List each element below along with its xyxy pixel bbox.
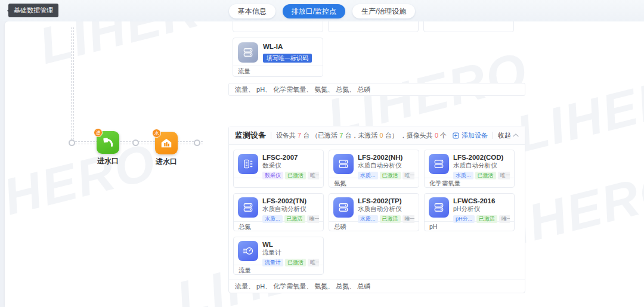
device-category-tag: 流量计 xyxy=(262,259,283,266)
flow-meter-icon xyxy=(238,241,258,261)
chevron-up-icon xyxy=(513,133,519,138)
unique-id-tag: 唯一标识码 xyxy=(308,259,319,266)
activated-tag: 已激活 xyxy=(285,259,306,266)
stats-text: 台，未激活 xyxy=(343,132,379,139)
device-model: LFS-2002(NH) xyxy=(358,154,414,161)
analyzer-icon xyxy=(238,42,258,63)
tab-basic-info[interactable]: 基本信息 xyxy=(229,4,275,18)
device-model: WL xyxy=(262,241,319,248)
device-model: LFSC-2007 xyxy=(262,154,319,161)
panel-header: 监测设备 设备共 7 台 （已激活 7 台，未激活 0 台） ，摄像头共 0 个… xyxy=(229,126,525,145)
device-card-lfsc-2007[interactable]: LFSC-2007 数采仪 数采仪 已激活 唯一标识码 xyxy=(233,150,324,188)
plus-square-icon xyxy=(453,132,459,139)
analyzer-icon xyxy=(429,197,449,218)
collapse-label: 收起 xyxy=(498,131,511,140)
back-breadcrumb-badge[interactable]: 基础数据管理 xyxy=(8,4,58,17)
device-card-lfs-2002-tn[interactable]: LFS-2002(TN) 水质自动分析仪 水质... 已激活 唯一标识码 总氮 xyxy=(233,193,324,231)
device-category-tag: 水质... xyxy=(358,172,378,179)
device-card-lfs-2002-nh[interactable]: LFS-2002(NH) 水质自动分析仪 水质... 已激活 唯一标识码 氨氮 xyxy=(329,150,419,188)
device-type: 水质自动分析仪 xyxy=(453,162,510,170)
station-inlet-green[interactable]: 进 进水口 xyxy=(89,131,127,166)
add-device-label: 添加设备 xyxy=(462,131,488,140)
device-model: LFS-2002(TP) xyxy=(358,197,414,204)
stats-text: 台） ，摄像头共 xyxy=(383,132,435,139)
unique-id-tag: 唯一标识码 xyxy=(307,215,319,223)
flow-node[interactable] xyxy=(69,139,75,146)
device-card-lfwcs-2016[interactable]: LFWCS-2016 pH分析仪 pH分... 已激活 唯一标识码 pH xyxy=(424,193,515,231)
device-category-tag: pH分... xyxy=(453,215,475,223)
watermark: LIHERO xyxy=(33,21,246,76)
data-collector-icon xyxy=(238,154,258,174)
device-model: LFS-2002(COD) xyxy=(453,154,510,161)
analyzer-icon xyxy=(333,154,354,174)
tab-outlet-monitoring[interactable]: 排放口/监控点 xyxy=(283,4,345,18)
panel-title: 监测设备 xyxy=(235,130,266,141)
device-card-lfs-2002-tp[interactable]: LFS-2002(TP) 水质自动分析仪 水质... 已激活 唯一标识码 总磷 xyxy=(329,193,419,231)
top-toolbar: 基本信息 排放口/监控点 生产/治理设施 xyxy=(0,0,644,21)
factor-summary-strip: 流量、 pH、 化学需氧量、 氨氮、 总氮、 总磷 xyxy=(229,280,525,293)
device-model: WL-IA xyxy=(263,43,312,50)
unique-id-tag: 唯一标识码 xyxy=(499,215,510,223)
device-type: 水质自动分析仪 xyxy=(358,205,414,213)
fill-unique-id-badge[interactable]: 填写唯一标识码 xyxy=(263,54,312,63)
stats-text: 个 xyxy=(438,132,447,139)
device-type: pH分析仪 xyxy=(453,205,510,213)
device-category-tag: 水质... xyxy=(358,215,378,223)
unique-id-tag: 唯一标识码 xyxy=(308,172,319,179)
activated-tag: 已激活 xyxy=(285,172,306,179)
activated-tag: 已激活 xyxy=(380,215,401,223)
diagram-canvas: LIHERO LIHERO LIHERO LIHERO LIHERO LIHER… xyxy=(5,21,644,307)
flow-node[interactable] xyxy=(194,139,200,146)
station-house-icon[interactable]: 水 xyxy=(155,132,178,154)
watermark: LIHERO xyxy=(5,132,163,238)
pipe-elbow-icon[interactable]: 进 xyxy=(97,131,119,154)
add-device-button[interactable]: 添加设备 xyxy=(453,131,488,140)
station-label: 进水口 xyxy=(147,157,185,167)
activated-tag: 已激活 xyxy=(475,172,496,179)
divider xyxy=(271,132,271,139)
stats-text: 台 （已激活 xyxy=(301,132,339,139)
device-card-lfs-2002-cod[interactable]: LFS-2002(COD) 水质自动分析仪 水质... 已激活 唯一标识码 化学… xyxy=(424,150,515,188)
unique-id-tag: 唯一标识码 xyxy=(498,172,510,179)
tab-production-facility[interactable]: 生产/治理设施 xyxy=(352,4,415,18)
device-type: 数采仪 xyxy=(262,162,319,170)
tab-bar: 基本信息 排放口/监控点 生产/治理设施 xyxy=(0,4,644,18)
divider xyxy=(493,132,493,139)
analyzer-icon xyxy=(333,197,354,218)
monitoring-devices-panel: 监测设备 设备共 7 台 （已激活 7 台，未激活 0 台） ，摄像头共 0 个… xyxy=(228,126,525,293)
flow-line-vertical xyxy=(71,27,74,142)
device-category-tag: 水质... xyxy=(262,215,283,223)
device-category-tag: 数采仪 xyxy=(262,172,283,179)
unique-id-tag: 唯一标识码 xyxy=(402,172,414,179)
activated-tag: 已激活 xyxy=(284,215,305,223)
flow-node[interactable] xyxy=(132,139,139,146)
device-factor-label: 流量 xyxy=(233,66,323,76)
analyzer-icon xyxy=(429,154,449,174)
analyzer-icon xyxy=(238,197,258,218)
device-card-partial[interactable] xyxy=(423,21,514,32)
device-stats: 设备共 7 台 （已激活 7 台，未激活 0 台） ，摄像头共 0 个 xyxy=(276,131,447,140)
collapse-button[interactable]: 收起 xyxy=(498,131,519,140)
device-card-wl-ia[interactable]: WL-IA 填写唯一标识码 流量 xyxy=(233,38,323,77)
device-type: 水质自动分析仪 xyxy=(358,162,414,170)
device-model: LFWCS-2016 xyxy=(453,197,510,204)
stats-text: 设备共 xyxy=(276,132,298,139)
device-type: 流量计 xyxy=(262,249,319,257)
unique-id-tag: 唯一标识码 xyxy=(402,215,414,223)
device-card-partial[interactable] xyxy=(233,21,323,32)
station-type-badge: 进 xyxy=(94,128,103,137)
device-type: 水质自动分析仪 xyxy=(262,205,319,213)
device-card-grid: LFSC-2007 数采仪 数采仪 已激活 唯一标识码 xyxy=(229,145,525,280)
activated-tag: 已激活 xyxy=(476,215,497,223)
device-card-partial[interactable] xyxy=(328,21,419,32)
device-card-wl[interactable]: WL 流量计 流量计 已激活 唯一标识码 流量 xyxy=(233,237,324,275)
activated-tag: 已激活 xyxy=(380,172,401,179)
station-inlet-orange[interactable]: 水 进水口 xyxy=(147,132,185,167)
station-type-badge: 水 xyxy=(152,129,161,138)
station-label: 进水口 xyxy=(89,156,127,166)
device-model: LFS-2002(TN) xyxy=(262,197,319,204)
factor-summary-strip: 流量、 pH、 化学需氧量、 氨氮、 总氮、 总磷 xyxy=(228,83,525,96)
watermark: LIHERO xyxy=(510,57,644,164)
